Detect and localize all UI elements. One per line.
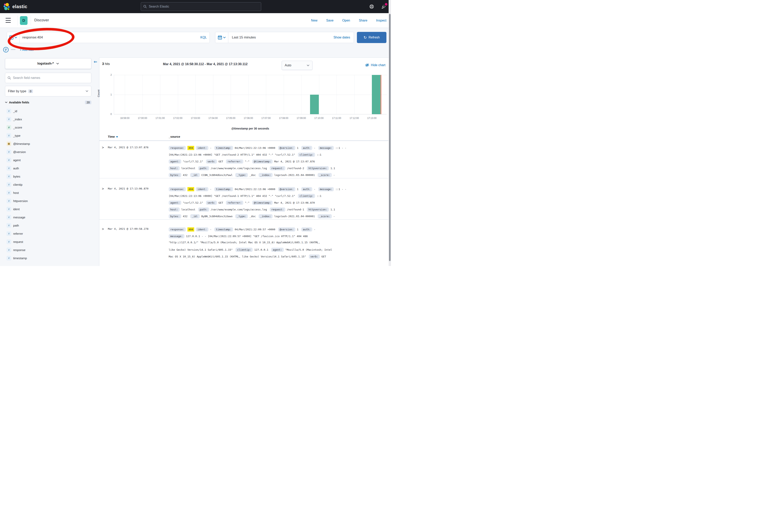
field-item-_id[interactable]: t_id [5,108,17,114]
field-name-badge: timestamp: [214,146,233,150]
field-name-badge: _type: [235,173,248,177]
field-item-referrer[interactable]: treferrer [5,231,23,236]
field-name-badge: _score: [318,173,332,177]
field-search-input[interactable] [13,76,89,80]
field-value: 1.1 [330,208,335,211]
field-value: like Gecko) Version/14.1 Safari/605.1.15… [169,248,233,251]
field-name-badge: timestamp: [214,227,233,231]
filter-menu-icon[interactable] [3,47,8,52]
field-item-_index[interactable]: t_index [5,116,22,122]
available-fields-header[interactable]: Available fields 20 [5,101,91,104]
saved-query-icon [9,35,13,40]
query-language-button[interactable]: KQL [201,36,207,39]
field-item-request[interactable]: trequest [5,239,23,245]
kibana-discover-screen: elastic D Discover NewSaveOpenShareInspe… [0,0,391,266]
field-name-badge: @timestamp: [252,201,273,205]
nav-action-open[interactable]: Open [342,19,350,22]
newsfeed-party-popper-icon[interactable] [381,4,386,9]
field-item-httpversion[interactable]: thttpversion [5,198,28,204]
field-name-badge: host: [169,207,180,212]
field-value: [04/Mar/2021:22:13:06 +0000] "GET /notfo… [169,194,295,197]
scrollbar-track [389,0,391,266]
index-pattern-selector[interactable]: logstash-* [5,58,91,69]
field-value: logstash-2021.03.04-000001 [274,215,315,218]
collapse-sidebar-icon[interactable]: ⇐ [94,60,97,64]
field-value: /var/www/example.com/logs/access.log [211,208,267,211]
doc-source-line: [04/Mar/2021:22:13:06 +0000] "GET /notfo… [169,153,324,157]
global-header: elastic [0,0,391,13]
field-name-badge: response: [169,146,186,150]
text-field-icon: t [7,166,11,170]
field-item-@version[interactable]: t@version [5,149,26,155]
scrollbar-thumb[interactable] [389,14,391,261]
field-search[interactable] [5,73,91,83]
elastic-logo[interactable]: elastic [3,3,27,10]
nav-action-share[interactable]: Share [359,19,367,22]
field-value: - [333,215,335,218]
field-item-agent[interactable]: tagent [5,157,21,163]
menu-hamburger-icon[interactable] [6,18,11,23]
text-field-icon: t [7,239,11,244]
chevron-down-icon [5,102,7,103]
date-picker-calendar-button[interactable] [215,32,228,43]
field-name-badge: request: [270,166,286,170]
divider [17,15,18,26]
calendar-icon [218,35,222,40]
field-item-ident[interactable]: tident [5,206,20,212]
field-item-bytes[interactable]: tbytes [5,173,20,179]
field-name-badge: httpversion: [307,166,329,170]
nav-action-inspect[interactable]: Inspect [376,19,386,22]
field-name-badge: agent: [169,159,181,163]
field-name-badge: message: [169,234,184,238]
saved-query-menu-button[interactable] [7,32,20,43]
doc-source-line: message:127.0.0.1 - - [04/Mar/2021:22:09… [169,234,311,239]
query-input[interactable]: response:404 KQL [20,32,210,43]
field-name-badge: @version: [278,187,295,191]
field-value: 1.1 [330,167,335,170]
field-name-badge: path: [198,166,209,170]
text-field-icon: t [7,248,11,252]
global-search-input[interactable] [149,5,259,8]
field-item-response[interactable]: tresponse [5,247,26,253]
documents: >Mar 4, 2021 @ 17:13:07.876response:404i… [99,58,388,266]
field-item-_score[interactable]: #_score [5,124,22,130]
chevron-down-icon [85,90,88,92]
nav-action-new[interactable]: New [311,19,317,22]
notification-badge [385,3,387,6]
field-item-timestamp[interactable]: ttimestamp [5,255,27,261]
field-label: message [13,216,25,219]
nav-action-save[interactable]: Save [326,19,333,22]
field-value: "curl/7.52.1" [183,201,203,204]
query-text[interactable]: response:404 [22,35,201,39]
global-search[interactable] [141,2,261,11]
doc-source-line: host:localhostpath:/var/www/example.com/… [169,166,338,171]
available-fields-count-badge: 20 [85,101,91,104]
field-item-clientip[interactable]: tclientip [5,182,23,188]
discover-app-badge[interactable]: D [20,16,28,25]
doc-timestamp: Mar 4, 2021 @ 17:13:06.870 [108,187,148,190]
field-item-@timestamp[interactable]: ▦@timestamp [5,141,30,147]
field-item-host[interactable]: thost [5,190,19,196]
field-label: ident [13,207,20,211]
help-icon[interactable] [369,4,374,9]
field-item-path[interactable]: tpath [5,222,19,228]
doc-source-line: [04/Mar/2021:22:13:06 +0000] "GET /notfo… [169,194,324,198]
show-dates-button[interactable]: Show dates [333,36,350,39]
field-name-badge: _index: [259,214,273,218]
time-range-value[interactable]: Last 15 minutes [232,35,333,39]
field-value: Mar 4, 2021 @ 17:13:06.870 [274,201,315,204]
filter-by-type-dropdown[interactable]: Filter by type 0 [5,86,91,97]
logo-wordmark: elastic [12,4,27,9]
field-value: - [333,174,335,177]
expand-row-icon[interactable]: > [102,187,104,191]
expand-row-icon[interactable]: > [102,146,104,149]
field-item-auth[interactable]: tauth [5,165,19,171]
field-item-_type[interactable]: t_type [5,132,21,139]
field-item-message[interactable]: tmessage [5,214,25,220]
highlighted-value: 404 [187,146,194,150]
add-filter-button[interactable]: + Add filter [20,48,34,51]
expand-row-icon[interactable]: > [102,227,104,231]
refresh-button[interactable]: ↻ Refresh [357,32,386,43]
field-name-badge: bytes: [169,173,181,177]
text-field-icon: t [7,223,11,228]
